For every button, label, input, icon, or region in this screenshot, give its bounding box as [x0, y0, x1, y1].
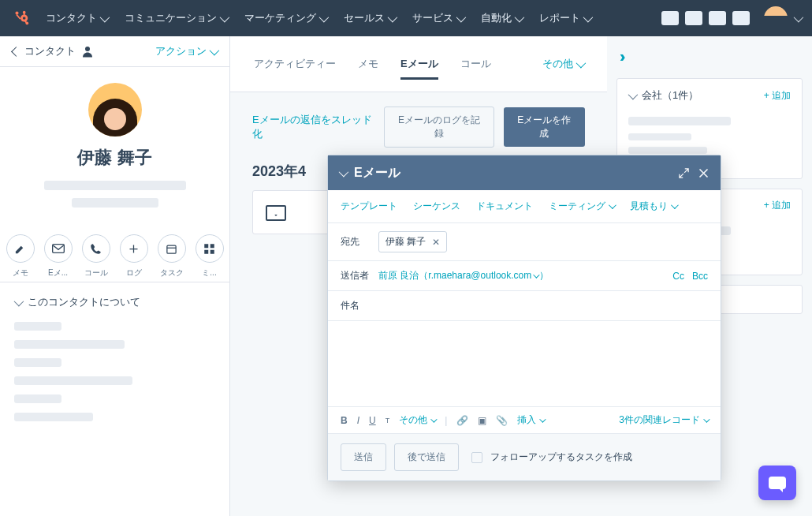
chevron-down-icon — [609, 201, 616, 209]
attachment-icon[interactable]: 📎 — [496, 415, 508, 426]
svg-rect-10 — [167, 245, 176, 253]
sender-dropdown[interactable]: 前原 良治（r.maehara@outlook.com） — [378, 269, 549, 282]
placeholder-line — [44, 181, 186, 190]
note-icon — [14, 243, 26, 255]
thread-replies-link[interactable]: Eメールの返信をスレッド化 — [252, 113, 374, 141]
chevron-down-icon — [583, 12, 594, 22]
chat-icon — [769, 477, 786, 489]
expand-fullscreen-icon[interactable] — [678, 167, 690, 179]
chevron-down-icon — [210, 45, 220, 55]
svg-rect-13 — [210, 244, 214, 248]
related-records[interactable]: 3件の関連レコード — [619, 413, 708, 427]
font-size-button[interactable]: T — [386, 417, 390, 424]
plus-icon — [128, 243, 140, 255]
subject-field[interactable]: 件名 — [328, 291, 721, 321]
format-other[interactable]: その他 — [399, 413, 435, 427]
nav-automation[interactable]: 自動化 — [481, 11, 522, 25]
create-email-button[interactable]: Eメールを作成 — [504, 107, 585, 147]
company-toggle[interactable]: 会社（1件） — [628, 88, 698, 103]
chevron-down-icon — [515, 12, 525, 22]
contact-hero: 伊藤 舞子 — [0, 67, 229, 215]
send-later-button[interactable]: 後で送信 — [394, 443, 459, 471]
image-icon[interactable]: ▣ — [478, 415, 486, 426]
bold-button[interactable]: B — [341, 415, 348, 426]
about-toggle[interactable]: このコンタクトについて — [14, 295, 215, 309]
log-email-button[interactable]: Eメールのログを記録 — [384, 107, 494, 148]
chevron-down-icon — [539, 416, 546, 422]
nav-pill[interactable] — [685, 11, 702, 25]
chevron-down-icon[interactable] — [794, 12, 804, 22]
email-toolbar: Eメールの返信をスレッド化 Eメールのログを記録 Eメールを作成 — [230, 92, 607, 162]
nav-sales[interactable]: セールス — [344, 11, 395, 25]
chat-fab[interactable] — [758, 466, 796, 500]
underline-button[interactable]: U — [369, 415, 376, 426]
to-field[interactable]: 宛先 伊藤 舞子✕ — [328, 223, 721, 261]
compose-tabs: テンプレート シーケンス ドキュメント ミーティング 見積もり — [328, 190, 721, 223]
contact-avatar[interactable] — [88, 83, 142, 136]
from-field: 送信者 前原 良治（r.maehara@outlook.com） CcBcc — [328, 261, 721, 291]
nav-contacts[interactable]: コンタクト — [46, 11, 107, 25]
tab-other[interactable]: その他 — [542, 49, 583, 79]
followup-checkbox[interactable] — [471, 452, 482, 463]
tab-email[interactable]: Eメール — [400, 49, 438, 79]
actions-dropdown[interactable]: アクション — [155, 44, 217, 58]
user-avatar-icon[interactable] — [764, 6, 788, 30]
placeholder-line — [14, 413, 93, 421]
nav-communication[interactable]: コミュニケーション — [125, 11, 227, 25]
svg-rect-12 — [204, 244, 208, 248]
nav-pill[interactable] — [732, 11, 750, 25]
action-call[interactable]: コール — [80, 234, 113, 279]
cc-link[interactable]: Cc — [672, 271, 684, 282]
collapse-icon[interactable] — [339, 170, 346, 177]
hubspot-logo-icon[interactable] — [11, 8, 32, 28]
compose-tab-template[interactable]: テンプレート — [341, 200, 397, 213]
person-icon — [80, 44, 95, 58]
add-related-link[interactable]: + 追加 — [764, 199, 791, 212]
email-icon — [52, 244, 65, 253]
close-icon[interactable] — [698, 167, 710, 179]
link-icon[interactable]: 🔗 — [456, 415, 468, 426]
compose-tab-quote[interactable]: 見積もり — [630, 200, 676, 213]
recipient-chip[interactable]: 伊藤 舞子✕ — [378, 231, 447, 252]
nav-marketing[interactable]: マーケティング — [244, 11, 326, 25]
chevron-down-icon — [671, 201, 679, 209]
expand-panel-icon[interactable]: ›› — [616, 47, 803, 65]
add-company-link[interactable]: + 追加 — [764, 89, 791, 103]
chevron-down-icon — [456, 12, 467, 22]
compose-tab-document[interactable]: ドキュメント — [476, 200, 533, 213]
tab-call[interactable]: コール — [460, 49, 491, 79]
tab-activity[interactable]: アクティビティー — [254, 49, 336, 79]
format-toolbar: B I U T その他 | 🔗 ▣ 📎 挿入 3件の関連レコード — [328, 406, 721, 433]
italic-button[interactable]: I — [357, 415, 359, 426]
bcc-link[interactable]: Bcc — [692, 271, 708, 282]
action-log[interactable]: ログ — [117, 234, 151, 279]
tab-memo[interactable]: メモ — [358, 49, 378, 79]
action-more[interactable]: ミ... — [193, 234, 226, 279]
action-email[interactable]: Eメ... — [42, 234, 75, 279]
compose-tab-sequence[interactable]: シーケンス — [413, 200, 460, 213]
compose-tab-meeting[interactable]: ミーティング — [549, 200, 614, 213]
compose-body[interactable] — [328, 321, 721, 406]
chevron-down-icon — [703, 416, 710, 422]
nav-pill[interactable] — [709, 11, 726, 25]
insert-dropdown[interactable]: 挿入 — [517, 413, 544, 427]
svg-rect-5 — [24, 13, 25, 17]
placeholder-line — [14, 394, 61, 403]
send-button[interactable]: 送信 — [341, 443, 386, 471]
placeholder-line — [14, 376, 132, 385]
remove-chip-icon[interactable]: ✕ — [432, 237, 440, 248]
svg-rect-6 — [16, 14, 20, 20]
chevron-left-icon — [11, 47, 21, 57]
nav-pill[interactable] — [661, 11, 679, 25]
nav-right — [661, 6, 801, 30]
chevron-down-icon — [388, 12, 398, 22]
compose-title: Eメール — [354, 165, 670, 181]
chevron-down-icon — [14, 296, 24, 306]
svg-point-1 — [23, 17, 26, 20]
action-task[interactable]: タスク — [155, 234, 188, 279]
back-to-contacts[interactable]: コンタクト — [13, 44, 95, 58]
activity-tabs: アクティビティー メモ Eメール コール その他 — [230, 36, 607, 92]
nav-service[interactable]: サービス — [412, 11, 464, 25]
action-memo[interactable]: メモ — [4, 234, 37, 279]
nav-reports[interactable]: レポート — [539, 11, 590, 25]
